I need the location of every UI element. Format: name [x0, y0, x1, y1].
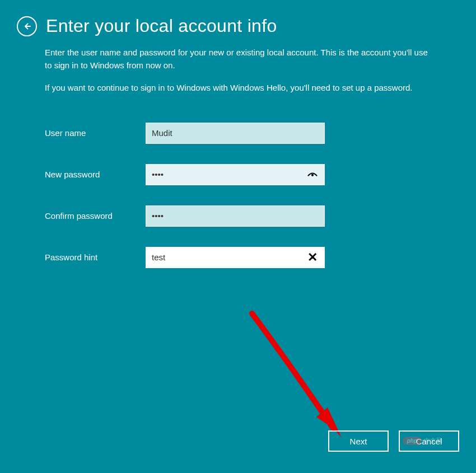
newpassword-row: New password — [45, 164, 431, 185]
hint-row: Password hint ✕ — [45, 247, 431, 268]
account-form: User name New password Confirm password — [45, 123, 431, 268]
username-input[interactable] — [146, 123, 325, 144]
reveal-password-button[interactable] — [305, 167, 320, 182]
hint-label: Password hint — [45, 252, 146, 262]
back-arrow-icon — [22, 21, 32, 31]
description-paragraph-2: If you want to continue to sign in to Wi… — [45, 82, 431, 95]
confirmpassword-row: Confirm password — [45, 205, 431, 227]
confirmpassword-label: Confirm password — [45, 211, 146, 221]
username-label: User name — [45, 128, 146, 138]
eye-icon — [307, 169, 318, 180]
next-button[interactable]: Next — [328, 430, 389, 452]
back-button[interactable] — [17, 16, 37, 36]
newpassword-label: New password — [45, 170, 146, 179]
watermark-badge: php — [403, 437, 422, 445]
close-icon: ✕ — [307, 251, 318, 264]
clear-hint-button[interactable]: ✕ — [305, 250, 320, 265]
confirmpassword-input[interactable] — [146, 205, 325, 227]
page-title: Enter your local account info — [46, 16, 277, 36]
watermark: php 中文网 — [403, 437, 442, 445]
watermark-text: 中文网 — [424, 437, 442, 445]
hint-input[interactable] — [146, 247, 325, 268]
svg-point-1 — [311, 174, 314, 176]
username-row: User name — [45, 123, 431, 144]
newpassword-input[interactable] — [146, 164, 325, 185]
description-paragraph-1: Enter the user name and password for you… — [45, 46, 431, 72]
